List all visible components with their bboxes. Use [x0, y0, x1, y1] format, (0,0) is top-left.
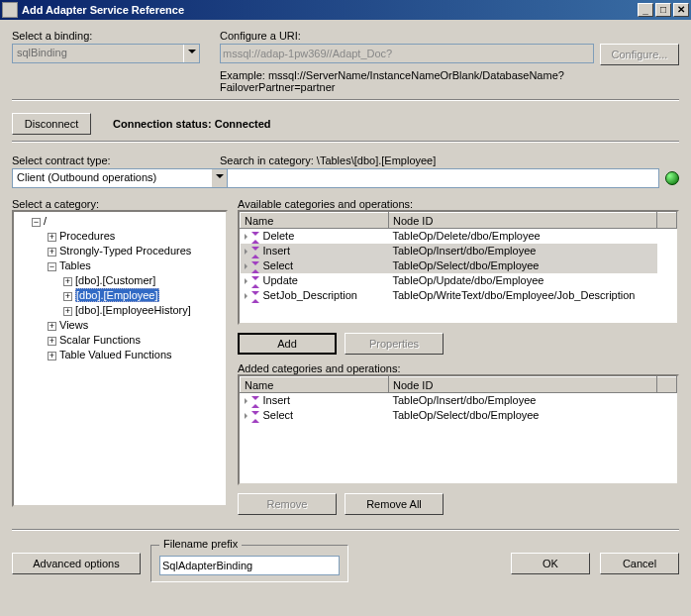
list-item[interactable]: InsertTableOp/Insert/dbo/Employee: [241, 244, 677, 258]
remove-button[interactable]: Remove: [238, 493, 337, 515]
op-nodeid: TableOp/Insert/dbo/Employee: [389, 244, 657, 258]
operation-icon: [251, 291, 261, 301]
disconnect-button[interactable]: Disconnect: [12, 113, 91, 135]
expand-icon[interactable]: +: [48, 233, 56, 242]
op-name: Insert: [263, 394, 291, 406]
list-item[interactable]: SelectTableOp/Select/dbo/Employee: [241, 258, 677, 273]
op-name: SetJob_Description: [263, 289, 357, 301]
expand-icon[interactable]: +: [63, 292, 72, 301]
op-nodeid: TableOp/Delete/dbo/Employee: [389, 229, 657, 244]
binding-value: sqlBinding: [13, 45, 183, 62]
arrow-icon: [245, 413, 250, 419]
select-contract-label: Select contract type:: [12, 154, 210, 166]
expand-icon[interactable]: +: [48, 337, 56, 346]
select-category-label: Select a category:: [12, 198, 99, 210]
op-name: Insert: [263, 245, 291, 257]
op-nodeid: TableOp/WriteText/dbo/Employee/Job_Descr…: [389, 288, 657, 303]
advanced-options-button[interactable]: Advanced options: [12, 553, 141, 574]
contract-dropdown[interactable]: Client (Outbound operations): [12, 168, 228, 188]
category-tree[interactable]: −/ +Procedures +Strongly-Typed Procedure…: [12, 210, 228, 507]
configure-button[interactable]: Configure...: [600, 44, 679, 65]
collapse-icon[interactable]: −: [48, 262, 56, 271]
available-label: Available categories and operations:: [238, 198, 413, 210]
tree-table-customer[interactable]: [dbo].[Customer]: [75, 274, 155, 286]
expand-icon[interactable]: +: [48, 248, 56, 257]
connection-status-value: Connected: [215, 118, 271, 130]
tree-root[interactable]: /: [44, 215, 47, 227]
search-go-icon[interactable]: [665, 171, 679, 185]
chevron-down-icon: [211, 169, 227, 187]
tree-stp[interactable]: Strongly-Typed Procedures: [59, 245, 191, 257]
list-item[interactable]: SelectTableOp/Select/dbo/Employee: [241, 408, 677, 423]
arrow-icon: [245, 293, 250, 299]
list-item[interactable]: DeleteTableOp/Delete/dbo/Employee: [241, 229, 677, 244]
tree-table-emphist[interactable]: [dbo].[EmployeeHistory]: [75, 304, 191, 316]
search-label: Search in category: \Tables\[dbo].[Emplo…: [220, 154, 679, 166]
binding-dropdown[interactable]: sqlBinding: [12, 44, 200, 63]
tree-table-employee[interactable]: [dbo].[Employee]: [75, 288, 159, 302]
ok-button[interactable]: OK: [511, 553, 590, 574]
arrow-icon: [245, 234, 250, 240]
close-button[interactable]: ✕: [673, 3, 689, 17]
remove-all-button[interactable]: Remove All: [345, 493, 444, 515]
contract-value: Client (Outbound operations): [13, 169, 211, 187]
properties-button[interactable]: Properties: [345, 333, 444, 355]
cancel-button[interactable]: Cancel: [600, 553, 679, 574]
op-name: Select: [263, 259, 294, 271]
maximize-button[interactable]: □: [655, 3, 671, 17]
tree-tvf[interactable]: Table Valued Functions: [59, 349, 172, 360]
connection-status-label: Connection status:: [113, 118, 212, 130]
arrow-icon: [245, 278, 250, 284]
tree-views[interactable]: Views: [59, 319, 88, 331]
col-spacer: [657, 213, 677, 229]
tree-tables[interactable]: Tables: [59, 259, 91, 271]
op-nodeid: TableOp/Select/dbo/Employee: [389, 258, 657, 273]
arrow-icon: [245, 249, 250, 255]
list-item[interactable]: UpdateTableOp/Update/dbo/Employee: [241, 273, 677, 288]
filename-prefix-input[interactable]: [159, 556, 340, 575]
added-label: Added categories and operations:: [238, 362, 401, 374]
tree-scalar-fn[interactable]: Scalar Functions: [59, 334, 141, 346]
select-binding-label: Select a binding:: [12, 30, 210, 42]
col-spacer: [657, 377, 677, 393]
col-nodeid[interactable]: Node ID: [389, 213, 657, 229]
arrow-icon: [245, 263, 250, 269]
op-name: Update: [263, 274, 298, 286]
collapse-icon[interactable]: −: [32, 218, 41, 227]
expand-icon[interactable]: +: [48, 352, 56, 360]
uri-input: [220, 44, 594, 63]
op-name: Delete: [263, 230, 295, 242]
tree-procedures[interactable]: Procedures: [59, 230, 115, 242]
available-listview[interactable]: Name Node ID DeleteTableOp/Delete/dbo/Em…: [238, 210, 679, 325]
list-item[interactable]: SetJob_DescriptionTableOp/WriteText/dbo/…: [241, 288, 677, 303]
op-nodeid: TableOp/Update/dbo/Employee: [389, 273, 657, 288]
op-nodeid: TableOp/Insert/dbo/Employee: [389, 393, 657, 408]
search-input[interactable]: [220, 168, 659, 188]
app-icon: [2, 2, 18, 18]
expand-icon[interactable]: +: [63, 307, 72, 316]
minimize-button[interactable]: _: [638, 3, 653, 17]
titlebar: Add Adapter Service Reference _ □ ✕: [0, 0, 691, 20]
op-nodeid: TableOp/Select/dbo/Employee: [389, 408, 657, 423]
col-name[interactable]: Name: [241, 213, 389, 229]
arrow-icon: [245, 398, 250, 404]
expand-icon[interactable]: +: [63, 277, 72, 286]
col-nodeid[interactable]: Node ID: [389, 377, 657, 393]
configure-uri-label: Configure a URI:: [220, 30, 679, 42]
list-item[interactable]: InsertTableOp/Insert/dbo/Employee: [241, 393, 677, 408]
filename-prefix-label: Filename prefix: [159, 538, 242, 550]
add-button[interactable]: Add: [238, 333, 337, 355]
window-title: Add Adapter Service Reference: [22, 4, 184, 16]
operation-icon: [251, 411, 261, 421]
col-name[interactable]: Name: [241, 377, 389, 393]
op-name: Select: [263, 409, 294, 421]
expand-icon[interactable]: +: [48, 322, 56, 331]
added-listview[interactable]: Name Node ID InsertTableOp/Insert/dbo/Em…: [238, 374, 679, 485]
uri-example-text: Example: mssql://ServerName/InstanceName…: [220, 69, 679, 93]
chevron-down-icon: [183, 45, 199, 62]
